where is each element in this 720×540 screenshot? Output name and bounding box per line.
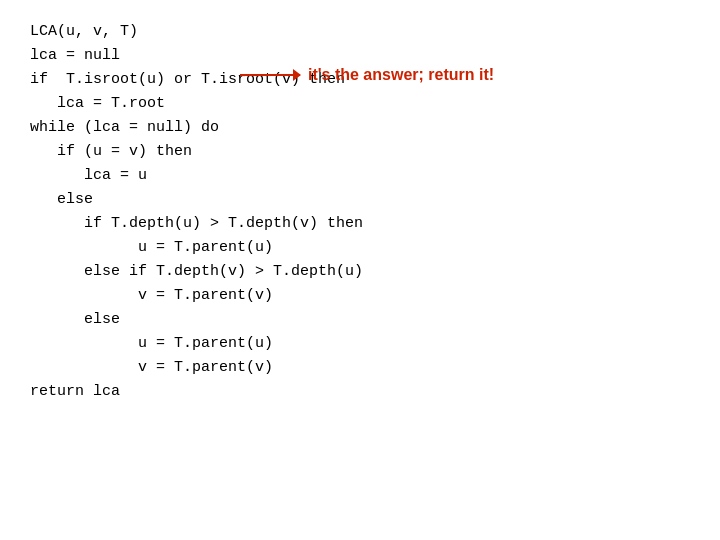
annotation-text: it's the answer; return it! [308,62,494,88]
code-line-6: if (u = v) then [30,140,690,164]
code-line-12: v = T.parent(v) [30,284,690,308]
code-line-7: lca = u [30,164,690,188]
code-line-16: return lca [30,380,690,404]
code-line-11: else if T.depth(v) > T.depth(u) [30,260,690,284]
code-line-9: if T.depth(u) > T.depth(v) then [30,212,690,236]
code-line-4: lca = T.root [30,92,690,116]
code-line-13: else [30,308,690,332]
code-line-1: LCA(u, v, T) [30,20,690,44]
code-line-5: while (lca = null) do [30,116,690,140]
code-line-8: else [30,188,690,212]
code-line-15: v = T.parent(v) [30,356,690,380]
code-line-14: u = T.parent(u) [30,332,690,356]
annotation-arrow [240,74,300,76]
code-container: LCA(u, v, T) lca = null if T.isroot(u) o… [0,0,720,424]
annotation-container: it's the answer; return it! [240,62,494,88]
code-line-10: u = T.parent(u) [30,236,690,260]
